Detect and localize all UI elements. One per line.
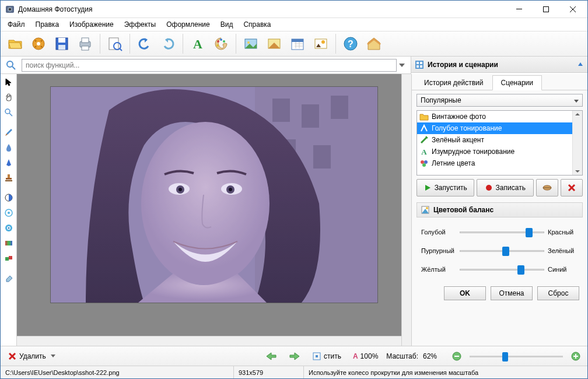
svg-text:A: A [421, 148, 427, 156]
scenario-item[interactable]: Винтажное фото [417, 111, 582, 122]
delete-button[interactable]: Удалить [4, 350, 59, 362]
collapse-arrow-icon[interactable] [577, 61, 584, 68]
vertical-scrollbar[interactable] [401, 74, 411, 346]
hand-tool-icon[interactable] [2, 90, 16, 104]
palette-icon[interactable] [210, 33, 232, 55]
scenario-item[interactable]: Зелёный акцент [417, 134, 582, 146]
menu-help[interactable]: Справка [239, 19, 275, 30]
emerald-icon: A [419, 147, 429, 156]
edit-scenario-button[interactable] [536, 179, 558, 196]
undo-icon[interactable] [134, 33, 156, 55]
status-path: C:\Users\IEUser\Desktop\sshot-222.png [1, 366, 234, 378]
magenta-green-slider[interactable] [460, 245, 544, 256]
svg-point-24 [220, 38, 222, 41]
prev-button[interactable] [262, 350, 281, 362]
run-button[interactable]: Запустить [416, 179, 474, 196]
record-button[interactable]: Записать [477, 179, 534, 196]
zoom-100-button[interactable]: A 100% [349, 351, 382, 362]
svg-point-47 [5, 109, 10, 114]
preview-icon[interactable] [104, 33, 126, 55]
svg-rect-60 [9, 256, 12, 259]
fit-button[interactable]: стить [309, 350, 345, 362]
yellow-blue-slider[interactable] [460, 264, 544, 275]
svg-point-54 [8, 212, 10, 214]
home-icon[interactable] [363, 33, 385, 55]
save-icon[interactable] [51, 33, 73, 55]
balance-title: Цветовой баланс [433, 206, 494, 214]
svg-rect-51 [5, 180, 12, 181]
svg-point-11 [35, 46, 37, 48]
photo-preview [51, 87, 377, 303]
eraser-tool-icon[interactable] [2, 271, 16, 285]
scenario-scrollbar[interactable] [572, 111, 582, 175]
menu-view[interactable]: Вид [216, 19, 238, 30]
zoom-slider[interactable] [470, 351, 563, 362]
brush-tool-icon[interactable] [2, 125, 16, 139]
blur-tool-icon[interactable] [2, 206, 16, 220]
menu-effects[interactable]: Эффекты [120, 19, 161, 30]
svg-rect-18 [82, 46, 89, 50]
delete-label: Удалить [19, 352, 46, 360]
scenario-item[interactable]: Летние цвета [417, 157, 582, 169]
svg-rect-46 [420, 65, 422, 68]
drop-tool-icon[interactable] [2, 141, 16, 155]
statusbar: C:\Users\IEUser\Desktop\sshot-222.png 93… [1, 366, 587, 378]
maximize-button[interactable] [533, 1, 559, 17]
open-folder-icon[interactable] [4, 33, 26, 55]
replace-tool-icon[interactable] [2, 251, 16, 265]
cyan-red-slider[interactable] [460, 227, 544, 237]
reset-button[interactable]: Сброс [537, 286, 579, 300]
panel-tabs: История действий Сценарии [412, 74, 587, 90]
ok-button[interactable]: OK [444, 286, 486, 300]
stamp-tool-icon[interactable] [2, 171, 16, 185]
tab-history[interactable]: История действий [415, 75, 492, 90]
catalog-icon[interactable] [27, 33, 50, 55]
zoom-out-button[interactable] [449, 350, 465, 362]
help-icon[interactable]: ? [340, 33, 362, 55]
image-viewport[interactable] [17, 74, 411, 346]
svg-rect-75 [51, 87, 377, 303]
dropdown-arrow-icon[interactable] [399, 64, 408, 67]
zoom-in-button[interactable] [568, 350, 584, 362]
calendar-icon[interactable] [286, 33, 309, 55]
print-icon[interactable] [74, 33, 96, 55]
zoom-tool-icon[interactable] [2, 106, 16, 120]
svg-point-26 [216, 44, 219, 47]
cancel-button[interactable]: Отмена [491, 286, 533, 300]
gradient-tool-icon[interactable] [2, 236, 16, 250]
svg-line-41 [12, 66, 15, 69]
image-2-icon[interactable] [263, 33, 285, 55]
horizontal-scrollbar[interactable] [17, 336, 401, 346]
contrast-tool-icon[interactable] [2, 191, 16, 205]
postcard-icon[interactable] [310, 33, 332, 55]
menu-image[interactable]: Изображение [65, 19, 118, 30]
pointer-tool-icon[interactable] [2, 75, 16, 89]
svg-point-25 [223, 40, 225, 43]
menu-decoration[interactable]: Оформление [162, 19, 214, 30]
svg-rect-49 [8, 174, 10, 178]
scenario-item-selected[interactable]: Голубое тонирование [417, 122, 582, 134]
delete-scenario-button[interactable] [561, 179, 583, 196]
minimize-button[interactable] [506, 1, 533, 17]
image-1-icon[interactable] [240, 33, 262, 55]
svg-text:A: A [193, 37, 202, 51]
pen-tool-icon[interactable] [2, 156, 16, 170]
menu-edit[interactable]: Правка [31, 19, 64, 30]
balance-green-label: Зелёный [548, 247, 578, 254]
scenario-category-dropdown[interactable]: Популярные [416, 94, 583, 107]
search-input[interactable] [22, 59, 397, 72]
redo-icon[interactable] [157, 33, 179, 55]
text-icon[interactable]: A [187, 33, 209, 55]
blue-tone-icon [419, 124, 429, 133]
sharpen-tool-icon[interactable] [2, 221, 16, 235]
menu-file[interactable]: Файл [3, 19, 30, 30]
scenario-item[interactable]: A Изумрудное тонирование [417, 146, 582, 157]
tab-scenarios[interactable]: Сценарии [492, 75, 542, 90]
scenario-label: Изумрудное тонирование [432, 148, 514, 156]
main-area: История действий Сценарии Популярные Вин… [1, 74, 587, 346]
svg-point-57 [8, 227, 9, 229]
svg-point-12 [41, 46, 43, 48]
next-button[interactable] [285, 350, 304, 362]
close-button[interactable] [559, 1, 586, 17]
svg-point-80 [486, 185, 492, 191]
